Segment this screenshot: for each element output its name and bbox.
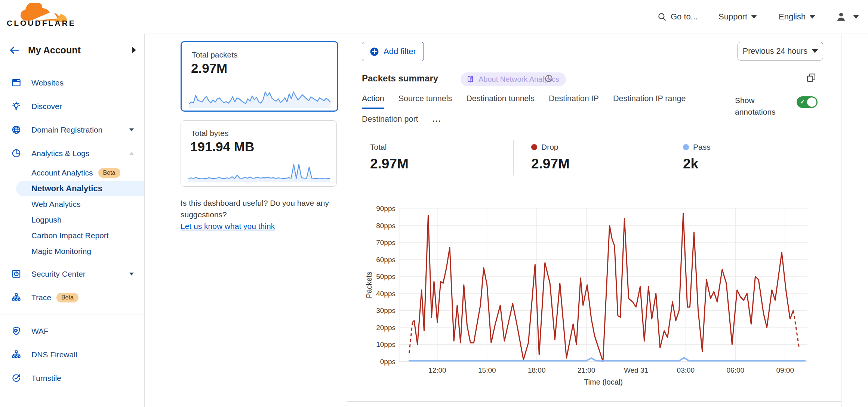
add-filter-button[interactable]: Add filter: [362, 42, 424, 61]
series-color-dot: [531, 144, 537, 150]
language-label: English: [779, 12, 806, 22]
x-tick-label: Wed 31: [624, 366, 648, 374]
sidebar-item-magic-monitoring[interactable]: Magic Monitoring: [16, 243, 144, 259]
chevron-down-icon: [129, 273, 134, 276]
sidebar-item-analytics-logs[interactable]: Analytics & Logs: [0, 142, 144, 165]
stat-label: Drop: [531, 143, 570, 152]
pie-chart-icon[interactable]: [544, 74, 553, 83]
cloudflare-logo-text: CLOUDFLARE: [7, 19, 76, 28]
sidebar-item-discover[interactable]: Discover: [0, 94, 144, 118]
feedback-block: Is this dashboard useful? Do you have an…: [181, 197, 341, 232]
feedback-text: Is this dashboard useful? Do you have an…: [181, 199, 329, 219]
chevron-down-icon: [129, 128, 134, 131]
tab-destination-tunnels[interactable]: Destination tunnels: [466, 94, 535, 109]
tab-source-tunnels[interactable]: Source tunnels: [398, 94, 452, 109]
sidebar-item-security-center[interactable]: Security Center: [0, 262, 144, 286]
x-tick-label: 12:00: [428, 366, 446, 374]
tab-action[interactable]: Action: [362, 94, 384, 109]
packets-time-series-chart[interactable]: 0pps10pps20pps30pps40pps50pps60pps70pps8…: [359, 201, 831, 390]
expand-panel-icon[interactable]: [806, 72, 816, 83]
sidebar-item-partial[interactable]: [0, 400, 144, 407]
y-tick-label: 20pps: [376, 324, 395, 332]
sidebar-item-label: Websites: [31, 78, 64, 87]
trace-icon: [11, 292, 21, 302]
sidebar-item-waf[interactable]: WAF: [0, 319, 144, 343]
y-tick-label: 30pps: [376, 307, 395, 314]
stat-pass: Pass2k: [683, 143, 711, 172]
show-annotations-label: Show annotations: [735, 94, 782, 118]
show-annotations-toggle[interactable]: ✓: [797, 96, 818, 108]
y-tick-label: 60pps: [376, 256, 395, 264]
series-drop-line: [412, 214, 793, 361]
sidebar: My Account WebsitesDiscoverDomain Regist…: [0, 34, 145, 407]
support-menu[interactable]: Support: [718, 0, 757, 34]
x-axis-title: Time (local): [584, 378, 623, 386]
series-color-dot: [683, 144, 689, 150]
language-menu[interactable]: English: [779, 0, 815, 34]
back-arrow-icon[interactable]: [9, 45, 20, 56]
stat-value: 2k: [683, 156, 711, 172]
sidebar-item-web-analytics[interactable]: Web Analytics: [16, 196, 144, 212]
beta-badge: Beta: [98, 168, 120, 178]
total-packets-card[interactable]: Total packets 2.97M: [181, 41, 338, 112]
user-avatar-icon: [835, 11, 847, 23]
dns-tree-icon: [11, 349, 21, 360]
sidebar-item-carbon-impact-report[interactable]: Carbon Impact Report: [16, 228, 144, 243]
tab-destination-ip-range[interactable]: Destination IP range: [613, 94, 686, 109]
tab-destination-ip[interactable]: Destination IP: [549, 94, 599, 109]
sidebar-item-label: Magic Monitoring: [31, 247, 91, 256]
divider: [347, 401, 841, 402]
sidebar-item-label: Trace: [31, 293, 51, 302]
divider: [513, 140, 514, 175]
y-tick-label: 90pps: [376, 205, 395, 212]
check-icon: ✓: [800, 98, 805, 106]
bytes-sparkline-chart: [188, 158, 330, 183]
sidebar-item-logpush[interactable]: Logpush: [16, 212, 144, 228]
global-search[interactable]: Go to...: [657, 0, 698, 34]
sidebar-item-label: WAF: [31, 327, 49, 336]
total-bytes-card[interactable]: Total bytes 191.94 MB: [181, 120, 337, 187]
sidebar-item-label: Turnstile: [31, 374, 61, 383]
stat-drop: Drop2.97M: [531, 143, 570, 172]
sidebar-item-domain-registration[interactable]: Domain Registration: [0, 118, 144, 142]
y-axis-title: Packets: [365, 271, 373, 298]
card-title: Total packets: [192, 50, 238, 59]
account-header: My Account: [0, 34, 144, 67]
sidebar-item-dns-firewall[interactable]: DNS Firewall: [0, 343, 144, 366]
stat-label: Total: [370, 143, 409, 152]
sidebar-item-label: Network Analytics: [31, 184, 102, 193]
sidebar-item-label: Analytics & Logs: [31, 149, 89, 158]
chevron-right-icon[interactable]: [132, 47, 136, 53]
sidebar-item-account-analytics[interactable]: Account AnalyticsBeta: [16, 165, 144, 181]
safe-icon: [11, 269, 21, 279]
chevron-down-icon: [812, 49, 818, 53]
x-tick-label: 21:00: [578, 366, 595, 374]
sidebar-item-turnstile[interactable]: Turnstile: [0, 366, 144, 390]
tabs-overflow-button[interactable]: ...: [433, 115, 441, 128]
stat-value: 2.97M: [370, 156, 409, 172]
stat-value: 2.97M: [531, 156, 570, 172]
divider: [841, 34, 841, 407]
x-tick-label: 18:00: [528, 366, 546, 374]
sidebar-item-trace[interactable]: TraceBeta: [0, 286, 144, 309]
search-label: Go to...: [671, 12, 698, 22]
sidebar-item-websites[interactable]: Websites: [0, 71, 144, 94]
sidebar-nav: WebsitesDiscoverDomain RegistrationAnaly…: [0, 67, 144, 407]
stat-total: Total2.97M: [370, 143, 409, 172]
divider: [0, 395, 144, 395]
sidebar-item-label: Carbon Impact Report: [31, 231, 109, 240]
card-value: 2.97M: [191, 61, 227, 76]
sidebar-item-label: Security Center: [31, 270, 86, 279]
globe-icon: [11, 125, 21, 135]
sidebar-item-network-analytics[interactable]: Network Analytics: [16, 181, 144, 196]
sidebar-item-label: DNS Firewall: [31, 350, 77, 359]
x-tick-label: 03:00: [677, 366, 695, 374]
time-range-select[interactable]: Previous 24 hours: [738, 42, 823, 60]
account-menu[interactable]: [835, 0, 859, 34]
panel-title: Packets summary: [362, 73, 438, 84]
tab-destination-port[interactable]: Destination port: [362, 115, 418, 128]
chevron-down-icon: [751, 15, 757, 19]
stat-label: Pass: [683, 143, 711, 152]
y-tick-label: 70pps: [376, 239, 395, 246]
feedback-link[interactable]: Let us know what you think: [181, 222, 275, 230]
